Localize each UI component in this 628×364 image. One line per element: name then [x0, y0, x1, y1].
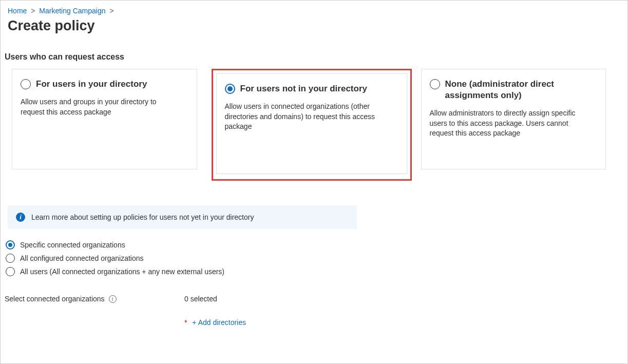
card-users-not-in-directory[interactable]: For users not in your directory Allow us…	[216, 73, 407, 174]
card-title: For users not in your directory	[240, 83, 368, 94]
radio-icon	[6, 240, 15, 250]
section-users-label: Users who can request access	[5, 52, 620, 62]
selected-card-highlight: For users not in your directory Allow us…	[212, 69, 412, 181]
page-title: Create policy	[8, 18, 620, 34]
selected-count: 0 selected	[184, 295, 246, 303]
required-indicator: *	[184, 318, 187, 327]
breadcrumb-campaign[interactable]: Marketing Campaign	[39, 7, 105, 15]
chevron-right-icon: >	[109, 7, 113, 15]
radio-specific-connected-orgs[interactable]: Specific connected organizations	[6, 240, 627, 250]
card-description: Allow administrators to directly assign …	[430, 108, 584, 139]
radio-icon	[21, 79, 31, 89]
card-title: None (administrator direct assignments o…	[445, 79, 598, 101]
card-none-admin-only[interactable]: None (administrator direct assignments o…	[421, 69, 606, 169]
radio-label: All configured connected organizations	[20, 254, 144, 262]
radio-icon	[430, 79, 440, 89]
radio-icon	[225, 84, 235, 94]
radio-label: Specific connected organizations	[20, 241, 125, 249]
breadcrumb: Home > Marketing Campaign >	[1, 1, 627, 15]
breadcrumb-home[interactable]: Home	[8, 7, 27, 15]
info-icon[interactable]: i	[109, 295, 117, 303]
card-description: Allow users in connected organizations (…	[225, 102, 379, 132]
scope-radio-group: Specific connected organizations All con…	[6, 240, 627, 276]
card-users-in-directory[interactable]: For users in your directory Allow users …	[12, 69, 197, 169]
chevron-right-icon: >	[31, 7, 35, 15]
select-connected-orgs-row: Select connected organizations i 0 selec…	[5, 295, 627, 327]
card-description: Allow users and groups in your directory…	[21, 97, 175, 117]
info-banner-text: Learn more about setting up policies for…	[31, 213, 254, 221]
radio-all-configured-orgs[interactable]: All configured connected organizations	[6, 254, 627, 263]
radio-icon	[6, 254, 15, 263]
card-title: For users in your directory	[36, 79, 147, 90]
radio-all-users[interactable]: All users (All connected organizations +…	[6, 267, 627, 276]
radio-label: All users (All connected organizations +…	[20, 267, 224, 276]
info-banner[interactable]: i Learn more about setting up policies f…	[8, 205, 357, 229]
select-orgs-label: Select connected organizations	[5, 295, 105, 303]
add-directories-link[interactable]: + Add directories	[192, 318, 246, 327]
radio-icon	[6, 267, 15, 276]
request-type-cards: For users in your directory Allow users …	[1, 69, 627, 181]
info-icon: i	[16, 213, 25, 222]
